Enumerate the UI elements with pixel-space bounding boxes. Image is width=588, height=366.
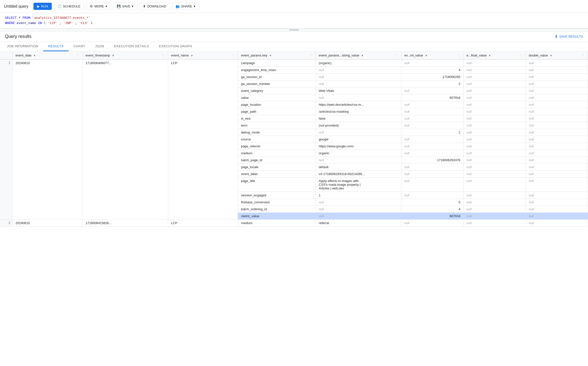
more-button[interactable]: ⚙ MORE ▾ bbox=[86, 3, 111, 10]
col-header-double-value[interactable]: double_value ▼ ⋮ bbox=[526, 52, 588, 59]
string-value-cell: null bbox=[316, 73, 401, 80]
int-value-cell: 1718006293 bbox=[401, 73, 463, 80]
params-key-cell: page_path bbox=[238, 108, 316, 115]
string-value-cell: null bbox=[316, 94, 401, 101]
double-value-cell: null bbox=[526, 157, 588, 163]
resize-event-name[interactable]: ⋮ bbox=[232, 53, 235, 57]
float-value-cell: null bbox=[463, 212, 526, 219]
params-key-cell: debug_mode bbox=[238, 129, 316, 136]
double-value-cell: null bbox=[526, 129, 588, 136]
sort-icon-double-value: ▼ bbox=[550, 54, 552, 57]
params-key-cell: event_label bbox=[238, 170, 316, 177]
params-key-cell: event_category bbox=[238, 87, 316, 94]
int-value-cell: null bbox=[401, 59, 463, 67]
params-key-cell: batch_page_id bbox=[238, 157, 316, 163]
int-value-cell: null bbox=[401, 170, 463, 177]
double-value-cell: null bbox=[526, 163, 588, 170]
resize-double-value[interactable]: ⋮ bbox=[582, 53, 585, 57]
results-header: Query results ⬇ SAVE RESULTS bbox=[0, 31, 588, 42]
float-value-cell: null bbox=[463, 66, 526, 73]
code-line-2: WHERE event_name IN ( 'LCP' , 'INP' , 'C… bbox=[5, 21, 583, 26]
double-value-cell: null bbox=[526, 66, 588, 73]
string-value-cell: null bbox=[316, 66, 401, 73]
double-value-cell: null bbox=[526, 170, 588, 177]
sort-icon-event-timestamp: ▼ bbox=[112, 54, 114, 57]
event-date-cell: 20240610 bbox=[12, 59, 82, 220]
results-table-container[interactable]: event_date ▼ ⋮ event_timestamp ▼ ⋮ event… bbox=[0, 52, 588, 359]
double-value-cell: null bbox=[526, 206, 588, 212]
save-results-button[interactable]: ⬇ SAVE RESULTS bbox=[555, 34, 583, 39]
resize-event-date[interactable]: ⋮ bbox=[76, 53, 79, 57]
params-key-cell: ga_session_id bbox=[238, 73, 316, 80]
resize-float-value[interactable]: ⋮ bbox=[519, 53, 523, 57]
string-value-cell: Apply effects to images with CSS's mask-… bbox=[316, 177, 401, 192]
string-value-cell: organic bbox=[316, 150, 401, 157]
float-value-cell: null bbox=[463, 115, 526, 122]
float-value-cell: null bbox=[463, 206, 526, 212]
float-value-cell: null bbox=[463, 163, 526, 170]
sort-icon-event-date: ▼ bbox=[33, 54, 36, 57]
col-header-event-name[interactable]: event_name ▼ ⋮ bbox=[168, 52, 238, 59]
tab-job-information[interactable]: JOB INFORMATION bbox=[2, 42, 43, 51]
divider-handle[interactable] bbox=[0, 28, 588, 31]
params-key-cell: page_referrer bbox=[238, 143, 316, 150]
resize-event-timestamp[interactable]: ⋮ bbox=[162, 53, 165, 57]
params-key-cell: campaign bbox=[238, 59, 316, 67]
col-header-int-value[interactable]: ev...int_value ▼ ⋮ bbox=[401, 52, 463, 59]
col-header-event-timestamp[interactable]: event_timestamp ▼ ⋮ bbox=[82, 52, 168, 59]
sort-icon-params-key: ▼ bbox=[269, 54, 272, 57]
float-value-cell: null bbox=[463, 73, 526, 80]
int-value-cell: 2 bbox=[401, 80, 463, 87]
string-value-cell: 1 bbox=[316, 192, 401, 199]
save-icon: 💾 bbox=[117, 4, 121, 8]
resize-int-value[interactable]: ⋮ bbox=[457, 53, 460, 57]
string-value-cell: Web Vitals bbox=[316, 87, 401, 94]
event-name-cell: LCP bbox=[168, 59, 238, 220]
params-key-cell: batch_ordering_id bbox=[238, 206, 316, 212]
tab-execution-graph[interactable]: EXECUTION GRAPH bbox=[154, 42, 197, 51]
save-button[interactable]: 💾 SAVE ▾ bbox=[113, 3, 137, 10]
float-value-cell: null bbox=[463, 101, 526, 108]
double-value-cell: null bbox=[526, 219, 588, 226]
col-header-string-value[interactable]: event_params...string_value ▼ ⋮ bbox=[316, 52, 401, 59]
int-value-cell: null bbox=[401, 101, 463, 108]
int-value-cell: null bbox=[401, 143, 463, 150]
double-value-cell: null bbox=[526, 192, 588, 199]
share-button[interactable]: 👥 SHARE ▾ bbox=[172, 3, 199, 10]
resize-params-key[interactable]: ⋮ bbox=[309, 53, 313, 57]
resize-string-value[interactable]: ⋮ bbox=[395, 53, 398, 57]
string-value-cell: /articles/css-masking bbox=[316, 108, 401, 115]
col-header-params-key[interactable]: event_params.key ▼ ⋮ bbox=[238, 52, 316, 59]
download-button[interactable]: ⬇ DOWNLOAD bbox=[139, 3, 170, 10]
float-value-cell: null bbox=[463, 122, 526, 129]
float-value-cell: null bbox=[463, 199, 526, 206]
float-value-cell: null bbox=[463, 129, 526, 136]
string-value-cell: null bbox=[316, 157, 401, 163]
int-value-cell: null bbox=[401, 108, 463, 115]
run-button[interactable]: ▶ RUN bbox=[33, 3, 52, 10]
col-header-float-value[interactable]: e...float_value ▼ ⋮ bbox=[463, 52, 526, 59]
double-value-cell: null bbox=[526, 143, 588, 150]
schedule-icon: 🕐 bbox=[57, 4, 61, 8]
float-value-cell: null bbox=[463, 192, 526, 199]
top-bar: Untitled query ▶ RUN 🕐 SCHEDULE ⚙ MORE ▾… bbox=[0, 0, 588, 13]
col-header-event-date[interactable]: event_date ▼ ⋮ bbox=[12, 52, 82, 59]
params-key-cell: medium bbox=[238, 219, 316, 226]
tab-results[interactable]: RESULTS bbox=[43, 42, 69, 51]
event-timestamp-cell: 1718006406077... bbox=[82, 59, 168, 220]
params-key-cell: term bbox=[238, 122, 316, 129]
string-value-cell: null bbox=[316, 206, 401, 212]
query-title: Untitled query bbox=[4, 4, 28, 9]
int-value-cell: null bbox=[401, 219, 463, 226]
double-value-cell: null bbox=[526, 150, 588, 157]
tab-json[interactable]: JSON bbox=[90, 42, 109, 51]
int-value-cell: 4 bbox=[401, 206, 463, 212]
string-value-cell: (not provided) bbox=[316, 122, 401, 129]
query-editor[interactable]: SELECT * FROM `analytics_337268677.event… bbox=[0, 13, 588, 28]
tab-chart[interactable]: CHART bbox=[69, 42, 90, 51]
schedule-button[interactable]: 🕐 SCHEDULE bbox=[54, 3, 84, 10]
int-value-cell: 1718006292476 bbox=[401, 157, 463, 163]
double-value-cell: null bbox=[526, 199, 588, 206]
int-value-cell: null bbox=[401, 87, 463, 94]
tab-execution-details[interactable]: EXECUTION DETAILS bbox=[109, 42, 154, 51]
